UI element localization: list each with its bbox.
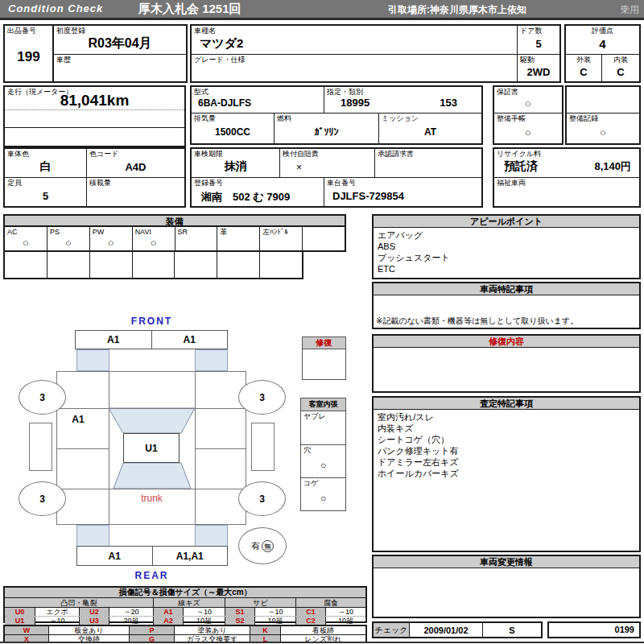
check-row: チェック 2009/01/02 S	[372, 621, 543, 638]
inspection-expiry-value: 抹消	[192, 156, 279, 177]
assessment-item: 室内汚れ/スレ	[378, 411, 635, 423]
legend-value: ～10	[35, 617, 79, 625]
legend-code: S2	[225, 617, 254, 625]
auction-title: 厚木入札会 1251回	[138, 2, 242, 17]
check-label: チェック	[374, 623, 410, 637]
equipment-mark	[175, 234, 217, 250]
equipment-mark: ○	[47, 234, 89, 250]
warranty-mark: ○	[494, 94, 562, 113]
equipment-mark	[303, 234, 345, 250]
assessment-notes-section: 査定特記事項 室内汚れ/スレ 内装キズ シートコゲ（穴） パンク修理キット有 ド…	[372, 396, 641, 552]
fuel-value: ｶﾞｿﾘﾝ	[275, 121, 378, 143]
legend-value: 板金あり	[48, 626, 129, 634]
legend-value: ～10	[325, 608, 365, 616]
insurance-label: 検付自賠責	[280, 149, 374, 159]
assessment-item: シートコゲ（穴）	[378, 434, 635, 445]
chassis-number-label: 車台番号	[324, 178, 481, 188]
front-pillar-right	[195, 349, 228, 371]
repair-mark-legend-table: W 板金あり P 塗装あり K 看板跡 X 交換跡 G ガラス交換要す L レン…	[3, 625, 367, 643]
legend-group: サビ	[225, 598, 295, 607]
assessment-item: ホイールカバーキズ	[378, 468, 635, 479]
legend-group: 凸凹・亀裂	[5, 598, 153, 607]
maintenance-record-mark: ○	[567, 121, 639, 143]
bottom-rule	[0, 642, 644, 643]
damage-legend-table: 損傷記号＆損傷サイズ（～最大cm） 凸凹・亀裂 線キズ サビ 腐食 U0 エクボ…	[3, 586, 367, 623]
model-name-label: 車種名	[192, 26, 517, 35]
cabin-mark: ○	[301, 452, 345, 477]
body-color-value: 白	[5, 156, 86, 177]
legend-value: ～10	[254, 608, 295, 616]
approval-request-value	[375, 156, 481, 177]
lot-number-cell: 出品番号 199	[3, 24, 54, 83]
equipment-cell-lhd: 左ﾊﾝﾄﾞﾙ	[259, 227, 302, 250]
legend-value: 20超	[109, 617, 153, 625]
legend-code: S1	[225, 608, 254, 616]
maintenance-record-cell: 整備記録 ○	[565, 85, 641, 145]
score-cell: 評価点 4 外装 C 内装 C	[564, 24, 641, 83]
rear-pillar-right	[195, 525, 228, 547]
doors-value: 5	[518, 33, 559, 54]
check-grade: S	[483, 623, 541, 637]
presence-oval: 有 無	[238, 527, 287, 564]
trunk-label: trunk	[109, 493, 195, 504]
model-code-value: 6BA-DJLFS	[198, 97, 251, 109]
cabin-row-tear: ヤブレ	[301, 411, 345, 444]
equipment-mark	[217, 234, 259, 250]
mileage-cell: 走行（現メーター） 81,041km	[3, 85, 186, 147]
legend-value: ～10	[183, 608, 225, 616]
legend-value: 塗装あり	[174, 626, 250, 634]
color-code-value: A4D	[87, 156, 184, 177]
front-damage-right: A1	[152, 331, 228, 349]
cabin-row-burn: コゲ ○	[301, 477, 345, 510]
vehicle-category: 乗用	[620, 3, 639, 17]
presence-no-circled: 無	[262, 540, 274, 552]
appeal-item: エアバッグ	[378, 229, 635, 241]
legend-code: U2	[79, 608, 109, 616]
pickup-location: 引取場所:神奈川県厚木市上依知	[388, 3, 526, 17]
grade-value	[192, 62, 517, 81]
title-bar-rule	[0, 18, 644, 20]
legend-value: ～20	[109, 608, 153, 616]
legend-code: U3	[79, 617, 109, 625]
right-side-panel	[251, 423, 275, 471]
cabin-row-hole: 穴 ○	[301, 444, 345, 477]
welfare-vehicle-value	[494, 185, 639, 206]
rear-bumper-box: A1 A1,A1	[76, 546, 228, 566]
displacement-value: 1500CC	[192, 121, 274, 143]
score-value: 4	[566, 33, 639, 54]
mileage-value: 81,041km	[5, 92, 184, 109]
cabin-lining-box: 客室内張 ヤブレ 穴 ○ コゲ ○	[300, 398, 346, 511]
appeal-points-section: アピールポイント エアバッグ ABS プッシュスタート ETC	[372, 214, 641, 279]
legend-code: A1	[153, 608, 183, 616]
equipment-cell-pw: PW ○	[89, 227, 132, 250]
appeal-item: ETC	[378, 263, 635, 275]
legend-code: U1	[5, 617, 35, 625]
legend-code: P	[129, 626, 174, 634]
equipment-cell-extra	[302, 227, 345, 250]
repair-details-section: 修復内容	[372, 334, 641, 393]
class-number: 153	[440, 97, 457, 109]
title-bar: Condition Check 厚木入札会 1251回 引取場所:神奈川県厚木市…	[0, 0, 644, 18]
legend-value: 10超	[325, 617, 365, 625]
history-value	[54, 62, 186, 81]
vehicle-notes-disclaimer: ※記載のない書類・機器等は無しとして取り扱います。	[376, 316, 637, 326]
transmission-value: AT	[379, 121, 481, 143]
name-doors-cell: 車種名 マツダ2 グレード・仕様 ドア数 5 駆動 2WD	[190, 24, 561, 83]
chassis-number-value: DJLFS-729854	[332, 190, 404, 202]
legend-value: エクボ	[35, 608, 79, 616]
capacity-value: 5	[5, 185, 86, 206]
left-side-panel	[29, 423, 52, 471]
maintenance-book-mark: ○	[494, 121, 562, 143]
recycle-fee-value: 8,140円	[594, 159, 631, 174]
drive-value: 2WD	[518, 62, 559, 81]
equipment-row: AC ○ PS ○ PW ○ NAVI ○ SR 革 左ﾊﾝﾄﾞﾙ	[3, 225, 346, 252]
assessment-item: パンク修理キット有	[378, 445, 635, 456]
exterior-grade: C	[566, 62, 601, 81]
registration-history-cell: 初度登録 R03年04月 車歴	[52, 24, 188, 83]
front-bumper-box: A1 A1	[75, 330, 228, 349]
wheel-front-left: 3	[19, 380, 66, 415]
vehicle-changes-title: 車両変更情報	[374, 556, 639, 568]
presence-yes: 有	[251, 540, 260, 552]
warranty-book-cell: 保証書 ○ 整備手帳 ○	[493, 85, 564, 145]
equipment-mark	[260, 234, 302, 250]
